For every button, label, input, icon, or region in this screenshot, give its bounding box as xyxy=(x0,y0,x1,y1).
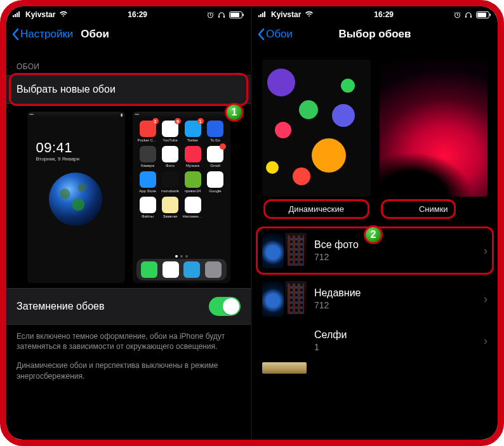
app-icon: monobank xyxy=(161,171,180,193)
album-title: Все фото xyxy=(314,239,476,251)
app-icon: 2Pocket Casts xyxy=(138,121,158,142)
app-icon: Заметки xyxy=(161,197,180,218)
svg-rect-9 xyxy=(242,13,244,16)
alarm-icon xyxy=(454,11,461,18)
svg-rect-16 xyxy=(470,16,472,18)
alarm-icon xyxy=(207,11,214,18)
app-icon: Фото xyxy=(161,146,180,167)
back-label: Настройки xyxy=(20,28,73,41)
svg-rect-8 xyxy=(230,13,239,17)
choose-new-label: Выбрать новые обои xyxy=(17,84,116,95)
album-count: 712 xyxy=(314,300,476,310)
app-icon: Gmail xyxy=(206,146,225,167)
wifi-icon xyxy=(305,10,314,19)
homescreen-preview[interactable]: •••▮ 2Pocket Casts9YouTube1TwitterTo DoК… xyxy=(133,112,230,283)
chevron-right-icon: › xyxy=(484,244,487,258)
dock-phone-icon xyxy=(141,261,157,278)
app-icon: Google xyxy=(206,171,225,193)
battery-icon xyxy=(476,11,491,18)
album-recents[interactable]: Недавние 712 › xyxy=(252,275,498,323)
svg-rect-19 xyxy=(489,13,491,16)
clock: 16:29 xyxy=(374,10,394,19)
svg-rect-2 xyxy=(17,13,18,17)
app-icon: Файлы xyxy=(138,197,158,218)
marker-2: 2 xyxy=(364,225,383,244)
headphones-icon xyxy=(465,11,472,18)
status-bar: Kyivstar 16:29 xyxy=(252,6,498,20)
lock-time: 09:41 xyxy=(36,140,73,156)
hint-text-1: Если включено темное оформление, обои на… xyxy=(6,325,251,351)
svg-rect-5 xyxy=(218,16,220,18)
wallpaper-previews: •••▮ 09:41 Вторник, 9 Января •••▮ 2Pocke… xyxy=(6,104,251,288)
back-button[interactable]: Настройки xyxy=(11,28,73,41)
section-header: ОБОИ xyxy=(6,48,251,75)
album-count: 712 xyxy=(314,252,476,262)
app-icon: App Store xyxy=(138,171,158,193)
app-icon: Камера xyxy=(138,146,158,167)
lock-date: Вторник, 9 Января xyxy=(36,156,80,162)
back-button[interactable]: Обои xyxy=(257,28,293,41)
album-selfie[interactable]: Селфи 1 › xyxy=(252,323,498,358)
svg-rect-11 xyxy=(260,14,262,17)
app-icon: Напоминания xyxy=(183,197,203,218)
choose-new-wallpaper-row[interactable]: Выбрать новые обои xyxy=(6,75,251,104)
headphones-icon xyxy=(218,11,225,18)
dim-label: Затемнение обоев xyxy=(17,301,104,312)
nav-bar: Настройки Обои xyxy=(6,20,251,48)
carrier-label: Kyivstar xyxy=(25,10,55,19)
dock-telegram-icon xyxy=(183,261,200,278)
settings-wallpaper-screen: Kyivstar 16:29 Настройки Обои ОБОИ Выбра… xyxy=(6,6,252,440)
app-icon: To Do xyxy=(206,121,225,142)
earth-wallpaper xyxy=(49,173,102,226)
page-title: Выбор обоев xyxy=(339,28,411,41)
dim-wallpaper-row: Затемнение обоев xyxy=(6,288,251,325)
svg-rect-0 xyxy=(13,15,14,17)
choose-wallpaper-screen: Kyivstar 16:29 Обои Выбор обоев xyxy=(252,6,498,440)
dynamic-wallpaper-tile[interactable] xyxy=(262,60,371,197)
album-count: 1 xyxy=(314,342,476,352)
wifi-icon xyxy=(59,10,68,19)
album-title: Селфи xyxy=(314,329,476,341)
dock-safari-icon xyxy=(162,261,179,278)
app-icon: приват24 xyxy=(183,171,203,193)
album-partial[interactable] xyxy=(252,358,498,380)
dock-settings-icon xyxy=(205,261,222,278)
chevron-right-icon: › xyxy=(484,334,487,348)
svg-rect-3 xyxy=(18,11,20,17)
nav-bar: Обои Выбор обоев xyxy=(252,20,498,48)
wallpaper-categories xyxy=(252,48,498,197)
svg-rect-18 xyxy=(477,13,486,17)
svg-rect-13 xyxy=(264,11,265,17)
marker-1: 1 xyxy=(225,103,244,122)
clock: 16:29 xyxy=(128,10,147,19)
signal-icon xyxy=(13,10,22,19)
dim-toggle[interactable] xyxy=(209,297,241,316)
stills-wallpaper-tile[interactable] xyxy=(380,60,488,197)
app-icon: 9YouTube xyxy=(161,121,180,142)
hint-text-2: Динамические обои и перспектива выключен… xyxy=(6,351,251,381)
svg-rect-6 xyxy=(223,16,225,18)
lockscreen-preview[interactable]: •••▮ 09:41 Вторник, 9 Января xyxy=(27,112,125,283)
album-title: Недавние xyxy=(314,287,476,299)
svg-rect-10 xyxy=(258,15,260,17)
svg-rect-12 xyxy=(262,13,263,17)
battery-icon xyxy=(229,11,244,18)
svg-rect-15 xyxy=(465,16,467,18)
app-icon: 1Twitter xyxy=(183,121,203,142)
category-stills-label[interactable]: Снимки xyxy=(380,200,488,218)
app-icon: Музыка xyxy=(183,146,203,167)
signal-icon xyxy=(258,10,267,19)
carrier-label: Kyivstar xyxy=(271,10,301,19)
page-title: Обои xyxy=(81,28,109,41)
chevron-right-icon: › xyxy=(484,292,487,306)
svg-rect-1 xyxy=(15,14,16,17)
category-dynamic-label[interactable]: Динамические xyxy=(262,200,371,218)
status-bar: Kyivstar 16:29 xyxy=(6,6,251,20)
back-label: Обои xyxy=(266,28,293,41)
